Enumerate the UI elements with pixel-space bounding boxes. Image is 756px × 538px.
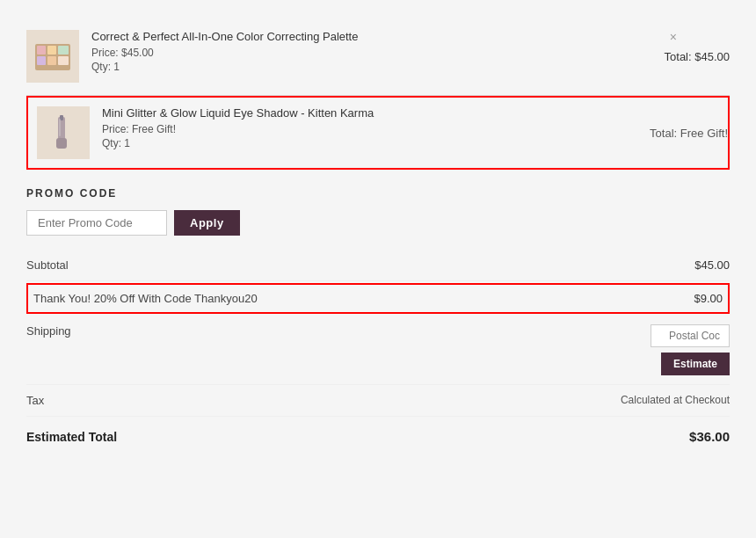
item-1-image [26,30,79,83]
svg-rect-5 [47,56,56,65]
svg-rect-6 [58,56,69,65]
cart-item-2: Mini Glitter & Glow Liquid Eye Shadow - … [26,96,730,170]
subtotal-value: $45.00 [694,258,730,272]
shipping-row: Shipping Estimate [26,316,730,385]
promo-input-row: Apply [26,210,730,236]
item-2-price: Price: Free Gift! [102,123,719,135]
svg-rect-2 [47,46,56,55]
svg-rect-1 [37,46,46,55]
item-2-qty: Qty: 1 [102,137,719,149]
svg-rect-10 [59,119,61,136]
tax-label: Tax [26,394,44,407]
item-1-details: Correct & Perfect All-In-One Color Corre… [91,30,730,73]
apply-promo-button[interactable]: Apply [174,210,240,236]
discount-value: $9.00 [694,292,723,305]
item-2-name: Mini Glitter & Glow Liquid Eye Shadow - … [102,106,719,120]
postal-code-input[interactable] [651,324,730,347]
item-1-total: Total: $45.00 [665,50,730,63]
promo-section: PROMO CODE Apply [26,187,730,236]
cart-container: Correct & Perfect All-In-One Color Corre… [0,0,756,538]
item-1-price: Price: $45.00 [91,47,730,59]
shipping-controls: Estimate [651,324,730,375]
promo-title: PROMO CODE [26,187,730,200]
item-2-total: Total: Free Gift! [650,127,728,140]
subtotal-row: Subtotal $45.00 [26,250,730,281]
svg-rect-3 [58,46,69,55]
estimated-total-value: $36.00 [689,429,730,444]
promo-code-input[interactable] [26,210,167,236]
item-2-image [37,106,90,159]
estimate-button[interactable]: Estimate [661,353,730,375]
svg-rect-4 [37,56,46,65]
item-2-details: Mini Glitter & Glow Liquid Eye Shadow - … [102,106,719,149]
tax-row: Tax Calculated at Checkout [26,385,730,417]
estimated-total-label: Estimated Total [26,430,117,444]
item-1-qty: Qty: 1 [91,61,730,73]
discount-row: Thank You! 20% Off With Code Thankyou20 … [26,283,730,314]
svg-rect-9 [56,138,67,149]
item-1-close-button[interactable]: × [670,30,677,44]
tax-value: Calculated at Checkout [621,394,730,406]
item-1-name: Correct & Perfect All-In-One Color Corre… [91,30,730,43]
discount-label: Thank You! 20% Off With Code Thankyou20 [33,292,258,305]
subtotal-label: Subtotal [26,258,69,272]
estimated-total-row: Estimated Total $36.00 [26,417,730,449]
cart-item-1: Correct & Perfect All-In-One Color Corre… [26,18,730,96]
shipping-label: Shipping [26,324,71,338]
